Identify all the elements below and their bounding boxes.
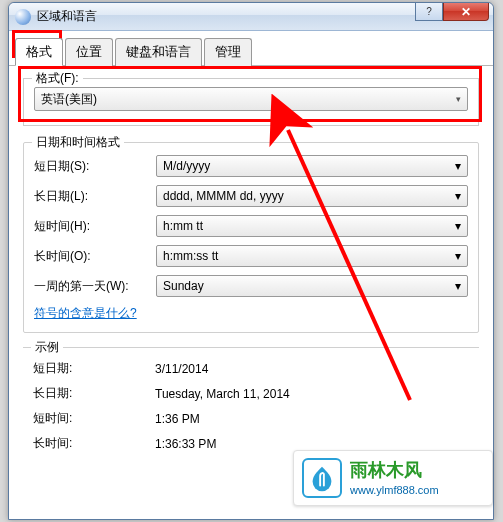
help-button[interactable]: ? [415,3,443,21]
format-dropdown[interactable]: 英语(美国) ▾ [34,87,468,111]
watermark-url: www.ylmf888.com [350,483,439,498]
first-day-label: 一周的第一天(W): [34,278,156,295]
region-language-window: 区域和语言 ? ✕ 格式 位置 键盘和语言 管理 格式(F): 英语(美国) ▾… [8,2,494,520]
symbol-meaning-link[interactable]: 符号的含意是什么? [34,305,468,322]
datetime-legend: 日期和时间格式 [32,134,124,151]
watermark: 雨林木风 www.ylmf888.com [293,450,493,506]
example-short-time-row: 短时间: 1:36 PM [33,410,469,427]
window-controls: ? ✕ [415,3,489,21]
long-time-label: 长时间(O): [34,248,156,265]
chevron-down-icon: ▾ [456,94,461,104]
chevron-down-icon: ▾ [455,189,461,203]
example-short-date-row: 短日期: 3/11/2014 [33,360,469,377]
watermark-name: 雨林木风 [350,458,439,483]
format-legend: 格式(F): [32,70,83,87]
format-value: 英语(美国) [41,91,97,108]
short-date-row: 短日期(S): M/d/yyyy ▾ [34,155,468,177]
example-long-date-label: 长日期: [33,385,155,402]
chevron-down-icon: ▾ [455,159,461,173]
example-short-time-label: 短时间: [33,410,155,427]
long-date-row: 长日期(L): dddd, MMMM dd, yyyy ▾ [34,185,468,207]
example-legend: 示例 [31,339,63,356]
long-time-dropdown[interactable]: h:mm:ss tt ▾ [156,245,468,267]
tab-keyboard[interactable]: 键盘和语言 [115,38,202,66]
short-time-label: 短时间(H): [34,218,156,235]
example-short-time-value: 1:36 PM [155,412,469,426]
tab-admin[interactable]: 管理 [204,38,252,66]
first-day-row: 一周的第一天(W): Sunday ▾ [34,275,468,297]
chevron-down-icon: ▾ [455,279,461,293]
example-short-date-value: 3/11/2014 [155,362,469,376]
titlebar[interactable]: 区域和语言 ? ✕ [9,3,493,31]
close-button[interactable]: ✕ [443,3,489,21]
example-group: 示例 短日期: 3/11/2014 长日期: Tuesday, March 11… [23,347,479,452]
tab-format[interactable]: 格式 [15,38,63,66]
example-long-date-row: 长日期: Tuesday, March 11, 2014 [33,385,469,402]
watermark-logo-icon [302,458,342,498]
first-day-dropdown[interactable]: Sunday ▾ [156,275,468,297]
format-group: 格式(F): 英语(美国) ▾ [23,78,479,126]
watermark-text: 雨林木风 www.ylmf888.com [350,458,439,499]
example-short-date-label: 短日期: [33,360,155,377]
short-date-dropdown[interactable]: M/d/yyyy ▾ [156,155,468,177]
long-date-dropdown[interactable]: dddd, MMMM dd, yyyy ▾ [156,185,468,207]
chevron-down-icon: ▾ [455,249,461,263]
short-time-row: 短时间(H): h:mm tt ▾ [34,215,468,237]
example-long-time-value: 1:36:33 PM [155,437,469,451]
long-date-label: 长日期(L): [34,188,156,205]
short-time-dropdown[interactable]: h:mm tt ▾ [156,215,468,237]
tab-row: 格式 位置 键盘和语言 管理 [9,31,493,66]
long-time-row: 长时间(O): h:mm:ss tt ▾ [34,245,468,267]
tab-content: 格式(F): 英语(美国) ▾ 日期和时间格式 短日期(S): M/d/yyyy… [9,66,493,472]
example-long-date-value: Tuesday, March 11, 2014 [155,387,469,401]
datetime-format-group: 日期和时间格式 短日期(S): M/d/yyyy ▾ 长日期(L): dddd,… [23,142,479,333]
window-title: 区域和语言 [37,8,97,25]
example-long-time-label: 长时间: [33,435,155,452]
close-icon: ✕ [461,5,471,19]
globe-icon [15,9,31,25]
tab-location[interactable]: 位置 [65,38,113,66]
chevron-down-icon: ▾ [455,219,461,233]
short-date-label: 短日期(S): [34,158,156,175]
